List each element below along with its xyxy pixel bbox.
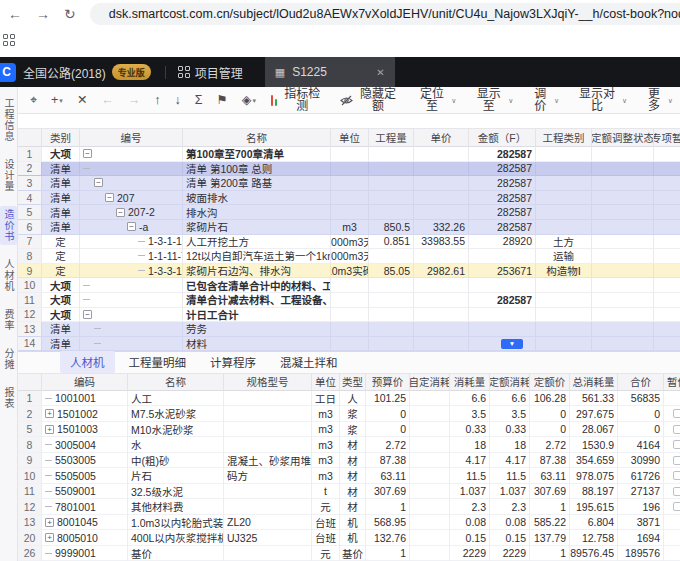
cell-unit[interactable] — [331, 278, 369, 293]
cell-name[interactable]: M10水泥砂浆 — [128, 422, 224, 438]
cell-total-price[interactable]: 196 — [618, 499, 664, 515]
table-row[interactable]: 6清单−-a浆砌片石m3850.5332.26282587 — [18, 220, 680, 235]
collapse-icon[interactable]: − — [94, 178, 103, 187]
cell-unit[interactable] — [331, 162, 369, 177]
cell-code[interactable]: 3005004 — [42, 437, 128, 453]
table-row[interactable]: 8定1-1-11-712t以内自卸汽车运土第一个1km1000m3天运输 — [18, 249, 680, 264]
cell-custom-usage[interactable] — [410, 437, 450, 453]
cell-code[interactable]: 5509001 — [42, 484, 128, 500]
cell-total-usage[interactable]: 189576.45 — [570, 546, 618, 561]
sidebar-item-allocation[interactable]: 分摊 — [0, 345, 17, 373]
cell-code[interactable]: 1-3-3-1 — [80, 264, 183, 279]
cell-quota-adjust-state[interactable] — [592, 205, 654, 220]
cell-unit[interactable] — [331, 147, 369, 162]
table-row[interactable]: 7定1-3-1-1人工开挖土方1000m3天0.85133983.5528920… — [18, 235, 680, 250]
cell-type[interactable]: 基价 — [340, 546, 366, 561]
cell-spec[interactable]: 码方 — [224, 468, 312, 484]
cell-special-estimate[interactable] — [654, 220, 680, 235]
cell-name[interactable]: 排水沟 — [183, 205, 331, 220]
cell-total-price[interactable]: 4164 — [618, 437, 664, 453]
cell-estimate[interactable] — [664, 484, 680, 500]
cell-unit-price[interactable]: 2982.61 — [414, 264, 469, 279]
cell-estimate[interactable] — [664, 422, 680, 438]
collapse-icon[interactable]: − — [83, 310, 92, 319]
cell-code[interactable]: −207-2 — [80, 205, 183, 220]
cell-type[interactable]: 材 — [340, 437, 366, 453]
locate-button[interactable]: ⌖ — [24, 92, 43, 109]
cell-usage[interactable]: 6.6 — [450, 391, 490, 407]
sidebar-item-design-quantity[interactable]: 设计量 — [0, 156, 17, 195]
browser-forward-button[interactable]: → — [36, 7, 50, 21]
cell-unit[interactable]: m3 — [312, 406, 340, 422]
collapse-icon[interactable]: − — [116, 208, 125, 217]
table-row[interactable]: 11大项清单合计减去材料、工程设备、专业工282587 — [18, 293, 680, 308]
cell-budget-price[interactable]: 2.72 — [366, 437, 410, 453]
cell-quantity[interactable] — [369, 191, 414, 206]
cell-custom-usage[interactable] — [410, 530, 450, 546]
cell-name[interactable]: 其他材料费 — [128, 499, 224, 515]
cell-code[interactable]: −-a — [80, 220, 183, 235]
cell-special-estimate[interactable] — [654, 176, 680, 191]
cell-budget-price[interactable]: 568.95 — [366, 515, 410, 531]
cell-quota-adjust-state[interactable] — [592, 337, 654, 351]
cell-usage[interactable]: 1.037 — [450, 484, 490, 500]
estimate-checkbox[interactable] — [673, 425, 680, 434]
cell-usage[interactable]: 0.08 — [450, 515, 490, 531]
cell-quota-usage[interactable]: 18 — [490, 437, 530, 453]
cell-name[interactable]: 清单 第200章 路基 — [183, 176, 331, 191]
cell-quantity[interactable] — [369, 205, 414, 220]
cell-type[interactable]: 人 — [340, 391, 366, 407]
cell-special-estimate[interactable] — [654, 278, 680, 293]
resource-row[interactable]: 2+1501002M7.5水泥砂浆m3浆03.53.50297.6750 — [18, 406, 680, 422]
cell-unit-price[interactable] — [414, 176, 469, 191]
cell-unit[interactable] — [331, 205, 369, 220]
table-row[interactable]: 14清单材料▼ — [18, 337, 680, 351]
cell-total-price[interactable]: 3871 — [618, 515, 664, 531]
tab-close-icon[interactable]: ✕ — [376, 67, 384, 78]
cell-name[interactable]: 1.0m3以内轮胎式装载机 — [128, 515, 224, 531]
cell-name[interactable]: 人工 — [128, 391, 224, 407]
cell-total-usage[interactable]: 12.758 — [570, 530, 618, 546]
collapse-icon[interactable]: − — [127, 222, 136, 231]
cell-estimate[interactable] — [664, 468, 680, 484]
cell-unit-price[interactable] — [414, 249, 469, 264]
cell-spec[interactable]: UJ325 — [224, 530, 312, 546]
cell-code[interactable]: 1-3-1-1 — [80, 235, 183, 250]
cell-budget-price[interactable]: 132.76 — [366, 530, 410, 546]
collapse-icon[interactable]: − — [83, 149, 92, 158]
cell-total-price[interactable]: 0 — [618, 422, 664, 438]
cell-unit[interactable]: m3 — [312, 453, 340, 469]
apps-grid-icon[interactable] — [3, 34, 15, 46]
cell-unit[interactable] — [331, 337, 369, 351]
cell-code[interactable] — [80, 278, 183, 293]
cell-code[interactable]: 7801001 — [42, 499, 128, 515]
cell-name[interactable]: 水 — [128, 437, 224, 453]
table-row[interactable]: 4清单−207坡面排水282587 — [18, 191, 680, 206]
cell-total-price[interactable]: 61726 — [618, 468, 664, 484]
cell-name[interactable]: 32.5级水泥 — [128, 484, 224, 500]
tab-quantity-detail[interactable]: 工程量明细 — [119, 351, 197, 373]
expand-icon[interactable]: + — [45, 518, 54, 527]
cell-quota-price[interactable]: 87.38 — [530, 453, 570, 469]
cell-name[interactable]: 12t以内自卸汽车运土第一个1km — [183, 249, 331, 264]
expand-icon[interactable]: + — [45, 425, 54, 434]
cell-unit[interactable]: 元 — [312, 499, 340, 515]
cell-name[interactable]: 浆砌片石边沟、排水沟 — [183, 264, 331, 279]
cell-quota-price[interactable]: 585.22 — [530, 515, 570, 531]
cell-name[interactable]: 第100章至700章清单 — [183, 147, 331, 162]
cell-type[interactable]: 材 — [340, 499, 366, 515]
cell-custom-usage[interactable] — [410, 391, 450, 407]
cell-category[interactable]: 清单 — [42, 337, 80, 351]
cell-unit[interactable]: 10m3实砌 — [331, 264, 369, 279]
cell-spec[interactable] — [224, 391, 312, 407]
cell-total-usage[interactable]: 88.197 — [570, 484, 618, 500]
cell-quota-usage[interactable]: 0.08 — [490, 515, 530, 531]
cell-category[interactable]: 清单 — [42, 191, 80, 206]
sidebar-item-cost-book[interactable]: 造价书 — [0, 206, 17, 245]
cell-code[interactable] — [80, 293, 183, 308]
cell-quantity[interactable] — [369, 278, 414, 293]
cell-name[interactable]: M7.5水泥砂浆 — [128, 406, 224, 422]
browser-back-button[interactable]: ← — [8, 7, 22, 21]
cell-unit-price[interactable] — [414, 191, 469, 206]
add-button[interactable]: +▾ — [45, 92, 69, 109]
